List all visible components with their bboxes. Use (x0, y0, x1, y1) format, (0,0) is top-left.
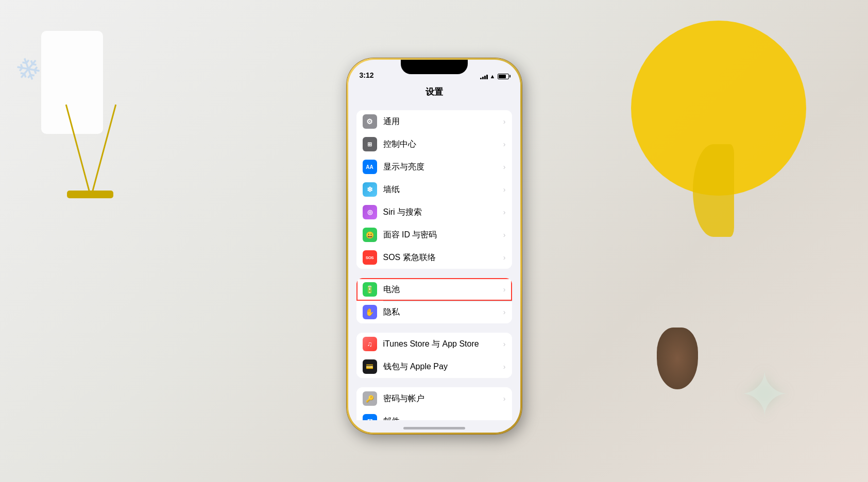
settings-item-general[interactable]: ⚙ 通用 › (356, 110, 512, 133)
passwords-label: 密码与帐户 (383, 393, 503, 404)
wallet-icon: 💳 (363, 359, 377, 374)
display-chevron: › (503, 163, 506, 171)
settings-item-control-center[interactable]: ⊞ 控制中心 › (356, 133, 512, 156)
control-center-chevron: › (503, 140, 506, 148)
battery-chevron: › (503, 285, 506, 294)
settings-item-mail[interactable]: ✉ 邮件 › (356, 410, 512, 420)
phone-inner: 3:12 ▲ 设置 (348, 60, 520, 433)
deco-star: ✦ (739, 359, 791, 431)
privacy-icon: ✋ (363, 305, 377, 319)
settings-group-1: ⚙ 通用 › ⊞ 控制中心 › AA (356, 110, 512, 269)
settings-item-siri[interactable]: ◎ Siri 与搜索 › (356, 201, 512, 223)
battery-icon (498, 74, 509, 79)
mail-icon: ✉ (363, 414, 377, 420)
wifi-icon: ▲ (490, 73, 496, 79)
home-indicator-bar (348, 420, 520, 433)
page-title-bar: 设置 (348, 82, 520, 101)
deco-yellow-banana (693, 144, 734, 237)
privacy-label: 隐私 (383, 307, 503, 318)
wallpaper-label: 墙纸 (383, 184, 503, 195)
status-icons: ▲ (480, 73, 509, 80)
control-center-icon: ⊞ (363, 137, 377, 151)
settings-item-wallet[interactable]: 💳 钱包与 Apple Pay › (356, 355, 512, 378)
signal-bar-2 (482, 77, 484, 79)
signal-bar-1 (480, 78, 482, 79)
itunes-icon: ♫ (363, 337, 377, 351)
sos-icon: SOS (363, 250, 377, 265)
privacy-chevron: › (503, 308, 506, 316)
battery-fill (499, 75, 506, 78)
wallpaper-chevron: › (503, 185, 506, 194)
faceid-icon: 😀 (363, 228, 377, 242)
siri-icon: ◎ (363, 205, 377, 219)
display-label: 显示与亮度 (383, 162, 503, 173)
mail-chevron: › (503, 417, 506, 420)
general-icon: ⚙ (363, 114, 377, 129)
sos-chevron: › (503, 253, 506, 262)
control-center-label: 控制中心 (383, 139, 503, 150)
battery-label: 电池 (383, 284, 503, 295)
faceid-chevron: › (503, 231, 506, 239)
settings-item-display[interactable]: AA 显示与亮度 › (356, 156, 512, 178)
general-label: 通用 (383, 116, 503, 127)
settings-item-wallpaper[interactable]: ❄ 墙纸 › (356, 178, 512, 201)
siri-chevron: › (503, 208, 506, 216)
display-icon: AA (363, 160, 377, 174)
passwords-chevron: › (503, 394, 506, 403)
signal-bars-icon (480, 73, 488, 79)
signal-bar-4 (486, 75, 488, 79)
mail-label: 邮件 (383, 416, 503, 421)
section-gap-3 (348, 323, 520, 333)
deco-white-vase (41, 31, 103, 134)
settings-item-privacy[interactable]: ✋ 隐私 › (356, 301, 512, 323)
section-gap-4 (348, 378, 520, 387)
settings-group-2: 🔋 电池 › ✋ 隐私 › (356, 278, 512, 323)
settings-item-sos[interactable]: SOS SOS 紧急联络 › (356, 246, 512, 269)
battery-settings-icon: 🔋 (363, 282, 377, 297)
section-gap-1 (348, 101, 520, 110)
faceid-label: 面容 ID 与密码 (383, 230, 503, 240)
phone-frame: 3:12 ▲ 设置 (347, 58, 522, 434)
status-time: 3:12 (360, 71, 374, 80)
deco-gold-base (67, 191, 113, 198)
itunes-label: iTunes Store 与 App Store (383, 339, 503, 350)
settings-content[interactable]: ⚙ 通用 › ⊞ 控制中心 › AA (348, 101, 520, 420)
page-title: 设置 (426, 86, 443, 98)
settings-group-3: ♫ iTunes Store 与 App Store › 💳 钱包与 Apple… (356, 333, 512, 378)
wallet-chevron: › (503, 363, 506, 371)
home-indicator (403, 427, 465, 429)
siri-label: Siri 与搜索 (383, 207, 503, 218)
general-chevron: › (503, 117, 506, 126)
wallet-label: 钱包与 Apple Pay (383, 361, 503, 372)
notch (401, 60, 468, 74)
settings-group-4: 🔑 密码与帐户 › ✉ 邮件 › 👤 (356, 387, 512, 420)
phone-wrapper: 3:12 ▲ 设置 (347, 58, 522, 434)
settings-item-itunes[interactable]: ♫ iTunes Store 与 App Store › (356, 333, 512, 355)
itunes-chevron: › (503, 340, 506, 348)
signal-bar-3 (484, 76, 486, 79)
sos-label: SOS 紧急联络 (383, 252, 503, 263)
section-gap-2 (348, 269, 520, 278)
deco-pinecone (657, 328, 698, 389)
settings-item-battery[interactable]: 🔋 电池 › (356, 278, 512, 301)
settings-item-faceid[interactable]: 😀 面容 ID 与密码 › (356, 223, 512, 246)
settings-item-passwords[interactable]: 🔑 密码与帐户 › (356, 387, 512, 410)
passwords-icon: 🔑 (363, 391, 377, 406)
wallpaper-icon: ❄ (363, 182, 377, 197)
